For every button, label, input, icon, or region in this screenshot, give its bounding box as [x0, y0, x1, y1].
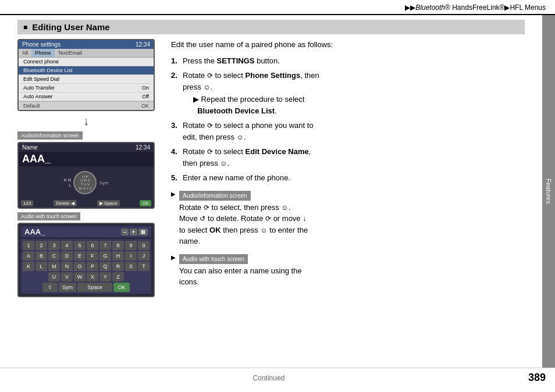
ts-row-u: U V W X Y Z	[23, 272, 150, 281]
enter-symbol-3: ☺	[237, 133, 244, 141]
step-list: 1. Press the SETTINGS button. 2. Rotate …	[171, 55, 525, 184]
bullet-1-text: Rotate ⟳ to select, then press ☺. Move ↺…	[179, 202, 308, 247]
footer-continued: Continued	[9, 374, 528, 382]
ps-item-autotransfer: Auto TransferOn	[19, 84, 154, 92]
ts-keyboard: 1 2 3 4 5 6 7 8 9 0 A	[21, 239, 151, 294]
enter-b1a: ☺	[282, 204, 289, 212]
phone-settings-header: Phone settings 12:34	[19, 40, 154, 49]
knob-icon: O PQ R ST U VW X Y Z	[73, 171, 97, 194]
ts-sym-key: Sym	[59, 283, 76, 292]
name-entry-screen: Name 12:34 AAA_ N M L O PQ R ST U VW X Y…	[17, 142, 155, 209]
bullet-arrow-2: ▶	[171, 252, 176, 262]
sub-label-audio-info: Audio/information screen	[179, 191, 251, 201]
ts-key-Q: Q	[99, 262, 111, 271]
ts-key-O: O	[74, 262, 86, 271]
ts-key-U: U	[48, 272, 60, 281]
touch-keyboard-screen: AAA_ – + ⊠ 1 2 3 4 5	[17, 223, 155, 297]
ts-key-5: 5	[74, 241, 86, 250]
bullet-arrow-1: ▶	[171, 188, 176, 198]
ts-key-4: 4	[61, 241, 73, 250]
ps-tab-all: All	[19, 49, 31, 57]
step-2: 2. Rotate ⟳ to select Phone Settings, th…	[171, 70, 525, 116]
bullet-1-content: Audio/information screen Rotate ⟳ to sel…	[179, 188, 308, 247]
ns-header: Name 12:34	[19, 143, 154, 152]
ts-key-8: 8	[112, 241, 124, 250]
ns-btn-ok: OK	[140, 200, 151, 206]
ps-list: Connect phone Bluetooth Device List Edit…	[19, 58, 154, 101]
ts-key-B: B	[35, 251, 47, 261]
editdevice-bold: Edit Device Name	[246, 147, 309, 156]
step-4: 4. Rotate ⟳ to select Edit Device Name, …	[171, 146, 525, 169]
ts-btns: – + ⊠	[121, 229, 148, 236]
knob-symbol-2a: ⟳	[207, 72, 213, 80]
features-sidebar: Features	[542, 15, 555, 368]
phone-settings-screen: Phone settings 12:34 All Phone Text/Emai…	[17, 39, 155, 111]
ps-item-autoanswer: Auto AnswerOff	[19, 92, 154, 101]
step-1: 1. Press the SETTINGS button.	[171, 55, 525, 67]
ns-footer: 123 Delete ◀ ▶ Space OK	[19, 199, 154, 208]
knob-symbol-4: ⟳	[207, 148, 213, 156]
knob-b1a: ⟳	[204, 204, 209, 212]
ts-btn-minus: –	[121, 229, 129, 236]
ts-key-C: C	[48, 251, 60, 261]
step-3: 3. Rotate ⟳ to select a phone you want t…	[171, 120, 525, 142]
left-panel: Phone settings 12:34 All Phone Text/Emai…	[0, 39, 163, 370]
page-number: 389	[528, 372, 546, 384]
ts-name-bar: AAA_ – + ⊠	[21, 226, 151, 237]
ts-key-V: V	[61, 272, 73, 281]
ns-name-value: AAA_	[19, 152, 154, 166]
ts-key-R: R	[112, 262, 124, 271]
ts-key-D: D	[61, 251, 73, 261]
ts-key-H: H	[112, 251, 124, 261]
bullet-2-content: Audio with touch screen You can also ent…	[179, 252, 302, 288]
ns-btn-123: 123	[21, 200, 33, 206]
ts-row-numbers: 1 2 3 4 5 6 7 8 9 0	[23, 241, 150, 250]
ts-key-0: 0	[138, 241, 150, 250]
ts-key-P: P	[87, 262, 98, 271]
ts-key-X: X	[87, 272, 98, 281]
screen-label-audio-touch: Audio with touch screen	[17, 212, 80, 220]
ok-bold: OK	[209, 226, 221, 234]
ts-key-A: A	[23, 251, 34, 261]
ts-key-Y: Y	[99, 272, 111, 281]
header-text: ▶▶Bluetooth® HandsFreeLink®▶HFL Menus	[405, 3, 546, 12]
ts-key-I: I	[125, 251, 137, 261]
ts-key-L: L	[35, 262, 47, 271]
ps-footer-ok: OK	[141, 103, 149, 109]
phone-settings-bold: Phone Settings	[246, 71, 301, 80]
ts-key-W: W	[74, 272, 86, 281]
arrow-down: ↓	[17, 112, 155, 130]
ts-key-S: S	[125, 262, 137, 271]
ts-key-F: F	[87, 251, 98, 261]
right-panel: Edit the user name of a paired phone as …	[163, 39, 542, 370]
ts-key-1: 1	[23, 241, 34, 250]
ts-key-2: 2	[35, 241, 47, 250]
ts-key-G: G	[99, 251, 111, 261]
step-5: 5. Enter a new name of the phone.	[171, 172, 525, 184]
sub-label-audio-touch: Audio with touch screen	[179, 254, 248, 264]
ts-shift-key: ⇧	[42, 283, 58, 292]
ts-name-value: AAA_	[24, 227, 45, 236]
ns-title: Name	[22, 144, 38, 151]
ts-footer-row: ⇧ Sym Space OK	[23, 283, 150, 292]
ns-btn-space: ▶ Space	[97, 200, 120, 206]
ns-keyboard: N M L O PQ R ST U VW X Y Z Sym	[19, 166, 154, 199]
ts-ok-key: OK	[113, 283, 130, 292]
ns-time: 12:34	[136, 144, 150, 151]
bullet-2-text: You can also enter a name using the icon…	[179, 265, 302, 288]
ps-tab-phone: Phone	[31, 49, 55, 57]
screen-label-audio-info: Audio/information screen	[17, 131, 83, 140]
enter-symbol-4: ☺	[220, 159, 227, 168]
bullet-audio-touch: ▶ Audio with touch screen You can also e…	[171, 252, 525, 288]
intro-text: Edit the user name of a paired phone as …	[171, 39, 525, 51]
knob-b1d: ↓	[303, 215, 306, 223]
sidebar-label: Features	[545, 179, 552, 204]
ps-footer: Default OK	[19, 101, 154, 110]
knob-b1b: ↺	[200, 215, 205, 223]
ts-key-N: N	[61, 262, 73, 271]
enter-symbol-2a: ☺	[203, 83, 210, 91]
ts-key-T: T	[138, 262, 150, 271]
ts-row-a: A B C D E F G H I J	[23, 251, 150, 261]
ts-key-J: J	[138, 251, 150, 261]
ts-key-7: 7	[99, 241, 111, 250]
